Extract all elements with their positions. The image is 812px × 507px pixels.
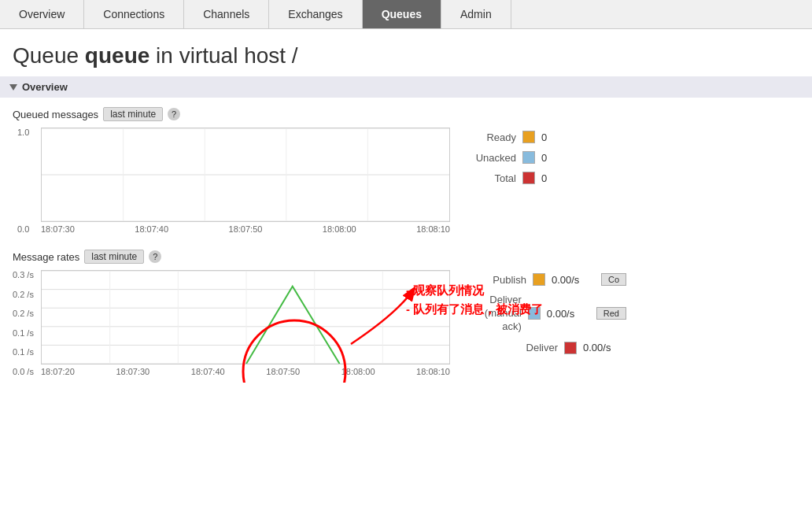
nav-channels[interactable]: Channels [184,0,269,28]
legend-ready-color [522,131,535,143]
rates-publish-value: 0.00/s [552,274,595,286]
title-prefix: Queue [13,43,85,68]
nav-overview[interactable]: Overview [0,0,84,28]
rates-publish-label: Publish [493,274,526,286]
legend-total-label: Total [469,172,516,184]
rates-publish-btn[interactable]: Co [601,273,626,286]
message-rates-chart [41,270,450,365]
legend-unacked-color [522,151,535,164]
top-navigation: Overview Connections Channels Exchanges … [0,0,812,29]
y-label-max: 1.0 [17,128,29,137]
queued-messages-filter[interactable]: last minute [103,107,163,121]
nav-admin[interactable]: Admin [441,0,511,28]
nav-connections[interactable]: Connections [84,0,184,28]
message-rates-y-labels: 0.3 /s 0.2 /s 0.2 /s 0.1 /s 0.1 /s 0.0 /… [13,270,34,376]
rates-deliver-manual-value: 0.00/s [547,308,590,320]
page-title: Queue queue in virtual host / [0,29,812,76]
queued-messages-chart-wrapper: 1.0 0.0 [41,128,450,234]
rates-legend-deliver-manual: Deliver(manualack) 0.00/s Red [469,294,626,334]
nav-queues[interactable]: Queues [363,0,441,28]
legend-unacked-value: 0 [541,152,557,164]
queued-messages-x-labels: 18:07:30 18:07:40 18:07:50 18:08:00 18:0… [41,224,450,234]
message-rates-chart-wrapper: 0.3 /s 0.2 /s 0.2 /s 0.1 /s 0.1 /s 0.0 /… [41,270,450,376]
legend-ready: Ready 0 [469,131,557,143]
queued-messages-legend: Ready 0 Unacked 0 Total 0 [469,128,557,184]
message-rates-filter[interactable]: last minute [84,250,144,264]
rates-publish-color [533,273,545,286]
message-rates-text: Message rates [13,251,79,263]
queued-messages-chart [41,128,450,222]
queued-messages-label: Queued messages last minute ? [13,107,799,121]
legend-unacked: Unacked 0 [469,151,557,164]
message-rates-label: Message rates last minute ? [13,250,799,264]
rates-deliver-manual-btn[interactable]: Red [596,307,626,320]
nav-exchanges[interactable]: Exchanges [269,0,362,28]
queued-messages-text: Queued messages [13,109,98,120]
title-suffix: in virtual host / [149,43,297,68]
message-rates-chart-row: 0.3 /s 0.2 /s 0.2 /s 0.1 /s 0.1 /s 0.0 /… [13,270,799,376]
legend-ready-label: Ready [469,131,516,143]
message-rates-section: Message rates last minute ? 0.3 /s 0.2 /… [13,250,799,376]
title-queue-name: queue [85,43,149,68]
rates-deliver-manual-color [528,307,541,320]
rates-legend-publish: Publish 0.00/s Co [469,273,626,286]
rates-deliver-manual-label: Deliver(manualack) [485,294,522,334]
queued-messages-help[interactable]: ? [168,108,180,120]
overview-section-label: Overview [22,81,68,93]
rates-deliver-label: Deliver [526,342,558,353]
overview-section-header[interactable]: Overview [0,76,812,98]
y-label-min: 0.0 [17,224,29,234]
queued-messages-chart-row: 1.0 0.0 [13,128,799,234]
legend-ready-value: 0 [541,131,557,143]
message-rates-x-labels: 18:07:20 18:07:30 18:07:40 18:07:50 18:0… [41,367,450,376]
collapse-icon [9,84,17,91]
queued-messages-y-labels: 1.0 0.0 [17,128,29,234]
legend-total-color [522,172,535,184]
rates-deliver-value: 0.00/s [583,342,626,353]
legend-total: Total 0 [469,172,557,184]
legend-total-value: 0 [541,172,557,184]
rates-legend-deliver: Deliver 0.00/s [469,342,626,354]
rates-deliver-color [564,342,577,354]
message-rates-legend: Publish 0.00/s Co Deliver(manualack) 0.0… [469,270,626,354]
legend-unacked-label: Unacked [469,152,516,164]
message-rates-help[interactable]: ? [149,250,161,263]
